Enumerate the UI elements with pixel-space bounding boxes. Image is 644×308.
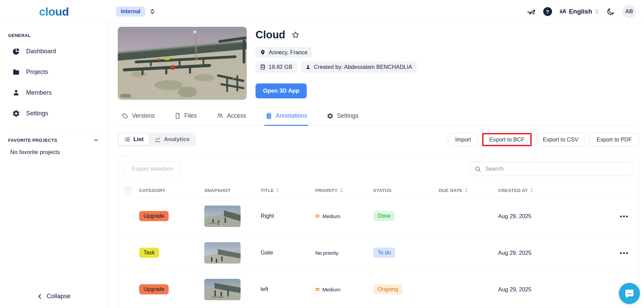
column-created-at[interactable]: CREATED AT xyxy=(498,188,572,193)
sidebar-item-members[interactable]: Members xyxy=(7,85,100,100)
import-button[interactable]: Import xyxy=(448,133,478,146)
workspace-updown-icon[interactable] xyxy=(150,8,155,15)
priority-cell: No priority xyxy=(315,250,373,256)
dark-mode-moon-icon[interactable] xyxy=(606,7,615,16)
search-input[interactable] xyxy=(485,166,627,172)
sidebar-item-dashboard[interactable]: Dashboard xyxy=(7,44,100,59)
list-icon xyxy=(124,136,130,142)
sidebar-section-general: GENERAL xyxy=(8,33,100,38)
help-icon[interactable]: ? xyxy=(543,7,552,16)
snapshot-thumbnail[interactable] xyxy=(204,279,241,300)
sort-icon[interactable] xyxy=(530,188,533,193)
annotations-table-card: Export selection CATEGORY SNAPSHOT TITLE… xyxy=(118,155,639,308)
location-pin-icon xyxy=(260,50,266,55)
database-icon xyxy=(260,64,266,70)
chevron-down-icon[interactable] xyxy=(93,137,99,143)
view-toggle-list[interactable]: List xyxy=(119,134,149,145)
row-menu-button[interactable] xyxy=(620,250,639,255)
tab-versions[interactable]: Versions xyxy=(120,108,156,126)
language-label: English xyxy=(569,8,592,15)
sort-icon[interactable] xyxy=(340,188,343,193)
table-controls: Export selection xyxy=(118,155,639,176)
export-to-bcf-button[interactable]: Export to BCF xyxy=(482,133,532,146)
project-thumbnail xyxy=(118,27,247,100)
tab-label: Versions xyxy=(132,112,155,119)
chat-widget-button[interactable] xyxy=(619,283,640,304)
header-actions: ? ẋA English AB xyxy=(527,5,644,18)
workspace-badge[interactable]: Internal xyxy=(116,6,145,17)
language-selector[interactable]: ẋA English xyxy=(560,8,599,15)
tab-files[interactable]: Files xyxy=(173,108,198,126)
category-badge: Upgrade xyxy=(139,284,169,294)
status-badge: Ongoing xyxy=(373,284,403,294)
favorite-projects-header[interactable]: FAVORITE PROJECTS xyxy=(8,137,99,143)
search-box[interactable] xyxy=(470,162,632,176)
folder-icon xyxy=(12,68,20,76)
priority-medium-icon xyxy=(315,288,320,291)
annotation-title: Right xyxy=(261,213,315,219)
table-row[interactable]: Task Gate No priority To do Aug 29, 2025 xyxy=(118,235,639,271)
project-meta: Cloud Annecy, France 18.82 GB xyxy=(255,27,417,100)
avatar[interactable]: AB xyxy=(622,5,636,18)
person-icon xyxy=(12,89,20,97)
tag-icon xyxy=(122,113,129,119)
storage-badge: 18.82 GB xyxy=(255,61,297,73)
tab-label: Annotations xyxy=(276,112,307,119)
tab-access[interactable]: Access xyxy=(215,108,247,126)
category-badge: Task xyxy=(139,248,159,258)
sidebar-item-label: Projects xyxy=(26,69,48,76)
priority-cell: Medium xyxy=(315,213,373,219)
sidebar-item-label: Settings xyxy=(26,110,48,117)
collapse-button[interactable]: Collapse xyxy=(7,293,100,300)
tab-annotations[interactable]: Annotations xyxy=(264,108,308,126)
pie-chart-icon xyxy=(12,47,20,55)
export-to-csv-button[interactable]: Export to CSV xyxy=(536,133,586,146)
snapshot-thumbnail[interactable] xyxy=(204,206,241,227)
ellipsis-icon xyxy=(620,252,628,254)
snapshot-thumbnail[interactable] xyxy=(204,242,241,264)
priority-cell: Medium xyxy=(315,287,373,292)
sidebar-item-projects[interactable]: Projects xyxy=(7,65,100,79)
export-to-pdf-button[interactable]: Export to PDF xyxy=(589,133,639,146)
ellipsis-icon xyxy=(620,215,628,218)
tab-label: Files xyxy=(184,112,197,119)
main-content: Cloud Annecy, France 18.82 GB xyxy=(108,23,644,308)
workspace-switcher: Internal xyxy=(116,6,155,17)
sort-icon[interactable] xyxy=(276,188,279,193)
favorite-projects-title: FAVORITE PROJECTS xyxy=(8,138,57,143)
created-by-text: Created by: Abdessalam BENCHADLIA xyxy=(314,64,412,70)
chevron-left-icon xyxy=(37,293,42,300)
view-toggle-analytics[interactable]: Analytics xyxy=(149,134,195,145)
select-all-checkbox[interactable] xyxy=(124,187,132,194)
created-by-badge: Created by: Abdessalam BENCHADLIA xyxy=(301,61,417,73)
row-menu-button[interactable] xyxy=(620,214,639,219)
project-title: Cloud xyxy=(255,29,285,41)
collapse-label: Collapse xyxy=(46,293,70,300)
export-selection-button[interactable]: Export selection xyxy=(124,161,181,176)
app-logo[interactable]: cloud xyxy=(39,5,69,18)
column-title[interactable]: TITLE xyxy=(261,188,315,193)
column-priority[interactable]: PRIORITY xyxy=(315,188,373,193)
tab-settings[interactable]: Settings xyxy=(325,108,360,126)
export-actions: Import Export to BCF Export to CSV Expor… xyxy=(448,133,639,146)
table-row[interactable]: Upgrade Right Medium Done Aug 29, 2025 xyxy=(118,198,639,235)
tab-label: Settings xyxy=(337,112,358,119)
megaphone-icon[interactable] xyxy=(527,7,536,16)
created-at-cell: Aug 29, 2025 xyxy=(498,250,572,256)
project-header: Cloud Annecy, France 18.82 GB xyxy=(118,27,639,100)
sidebar-item-settings[interactable]: Settings xyxy=(7,106,100,121)
priority-medium-icon xyxy=(315,214,320,218)
column-due-date[interactable]: DUE DATE xyxy=(439,188,498,193)
view-toggle-label: List xyxy=(133,136,144,143)
sidebar-item-label: Dashboard xyxy=(26,48,56,55)
star-icon[interactable] xyxy=(291,31,300,39)
clipboard-icon xyxy=(266,112,272,119)
sidebar-item-label: Members xyxy=(26,89,52,96)
sort-icon[interactable] xyxy=(465,188,468,193)
open-3d-app-button[interactable]: Open 3D App xyxy=(255,83,307,98)
sidebar: GENERAL Dashboard Projects Members Setti… xyxy=(0,23,108,308)
column-status: STATUS xyxy=(373,188,439,193)
table-row[interactable]: Upgrade left Medium Ongoing Aug 29, 2025 xyxy=(118,271,639,308)
people-icon xyxy=(216,112,224,119)
created-at-cell: Aug 29, 2025 xyxy=(498,286,572,293)
